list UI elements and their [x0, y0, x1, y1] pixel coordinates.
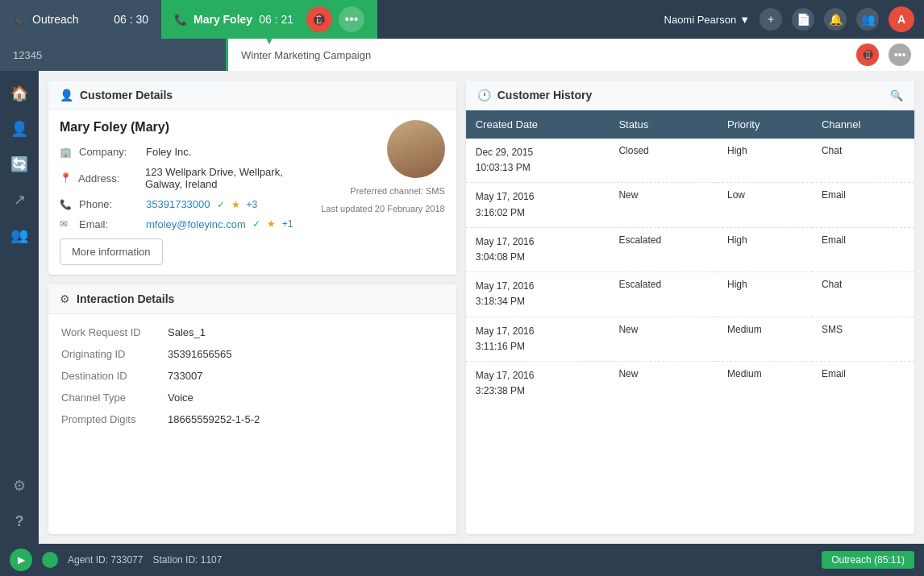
email-verified-icon: ✓ — [252, 218, 260, 230]
user-menu[interactable]: Naomi Pearson ▼ — [664, 14, 750, 26]
history-priority: High — [718, 272, 812, 317]
sidebar: 🏠 👤 🔄 ↗ 👥 ⚙ ? — [0, 71, 39, 544]
history-table-row[interactable]: May 17, 20163:04:08 PM Escalated High Em… — [466, 227, 914, 271]
more-information-button[interactable]: More information — [60, 238, 163, 265]
phone-verified-icon: ✓ — [217, 199, 225, 210]
sidebar-item-help[interactable]: ? — [3, 505, 35, 537]
sidebar-item-interactions[interactable]: 🔄 — [3, 148, 35, 180]
history-priority: Medium — [718, 361, 812, 405]
history-priority: High — [718, 227, 812, 271]
history-priority: Low — [718, 183, 812, 227]
caller-name: Mary Foley — [194, 13, 252, 26]
interaction-details-title: Interaction Details — [77, 292, 174, 305]
interaction-details-icon: ⚙ — [60, 292, 70, 305]
history-channel: Chat — [812, 272, 914, 317]
history-table-row[interactable]: May 17, 20163:23:38 PM New Medium Email — [466, 361, 914, 405]
outreach-timer: 06 : 30 — [114, 13, 148, 26]
interaction-row: Channel TypeVoice — [50, 387, 455, 408]
phone-badge: +3 — [247, 199, 258, 210]
history-table-row[interactable]: May 17, 20163:18:34 PM Escalated High Ch… — [466, 272, 914, 317]
end-call-button[interactable]: 📵 — [306, 6, 332, 32]
outreach-label: Outreach — [32, 13, 107, 26]
user-avatar[interactable]: A — [889, 6, 914, 32]
interaction-row: Prompted Digits18665559252-1-5-2 — [50, 409, 455, 429]
last-updated: Last updated 20 February 2018 — [321, 204, 445, 213]
interaction-row: Originating ID35391656565 — [50, 344, 455, 364]
history-table-row[interactable]: May 17, 20163:11:16 PM New Medium SMS — [466, 317, 914, 361]
history-title: Customer History — [497, 89, 592, 102]
history-status: Closed — [609, 139, 718, 183]
more-options-button-2[interactable]: ••• — [889, 44, 911, 66]
chevron-down-icon: ▼ — [739, 14, 750, 26]
company-value: Foley Inc. — [146, 146, 191, 158]
interaction-label: Destination ID — [50, 366, 155, 386]
customer-details-icon: 👤 — [60, 89, 73, 102]
customer-history-panel: 🕐 Customer History 🔍 Created DateStatusP… — [466, 81, 914, 534]
history-column-header: Created Date — [466, 110, 610, 139]
contacts-icon[interactable]: 👥 — [856, 8, 879, 31]
active-call-icon: 📞 — [174, 14, 187, 26]
sidebar-item-settings[interactable]: ⚙ — [3, 470, 35, 502]
history-status: Escalated — [609, 227, 718, 271]
interaction-value: 733007 — [156, 366, 455, 386]
history-date: May 17, 20163:16:02 PM — [466, 183, 610, 227]
history-priority: High — [718, 139, 812, 183]
company-icon: 🏢 — [60, 147, 73, 158]
interaction-label: Prompted Digits — [50, 409, 155, 429]
history-status: New — [609, 317, 718, 361]
history-table-row[interactable]: May 17, 20163:16:02 PM New Low Email — [466, 183, 914, 227]
email-star-icon: ★ — [267, 218, 276, 230]
email-label: Email: — [79, 218, 139, 230]
agent-id: Agent ID: 733077 — [68, 554, 143, 566]
sidebar-item-contacts[interactable]: 👤 — [3, 113, 35, 145]
history-status: Escalated — [609, 272, 718, 317]
agent-status-indicator — [42, 552, 58, 568]
document-icon[interactable]: 📄 — [792, 8, 814, 31]
address-value: 123 Wellpark Drive, Wellpark, Galway, Ir… — [145, 166, 311, 190]
history-channel: Chat — [812, 139, 914, 183]
history-date: May 17, 20163:23:38 PM — [466, 361, 610, 405]
outreach-tab[interactable]: 📞 Outreach 06 : 30 — [0, 0, 161, 39]
sidebar-item-team[interactable]: 👥 — [3, 219, 35, 251]
history-date: May 17, 20163:18:34 PM — [466, 272, 610, 317]
history-channel: Email — [812, 361, 914, 405]
add-button[interactable]: ＋ — [760, 8, 782, 31]
station-id: Station ID: 1107 — [152, 554, 222, 566]
customer-name: Mary Foley (Mary) — [60, 120, 311, 135]
phone-field-icon: 📞 — [60, 199, 73, 210]
history-table-row[interactable]: Dec 29, 201510:03:13 PM Closed High Chat — [466, 139, 914, 183]
email-badge: +1 — [282, 218, 293, 230]
more-options-button[interactable]: ••• — [339, 6, 364, 32]
notification-icon[interactable]: 🔔 — [824, 8, 847, 31]
end-call-button-2[interactable]: 📵 — [856, 44, 879, 66]
address-label: Address: — [78, 172, 139, 184]
history-date: May 17, 20163:04:08 PM — [466, 227, 610, 271]
sidebar-item-home[interactable]: 🏠 — [3, 77, 35, 110]
history-search-icon[interactable]: 🔍 — [890, 89, 903, 102]
phone-icon: 📞 — [13, 14, 26, 26]
interaction-row: Work Request IDSales_1 — [50, 322, 455, 342]
preferred-channel: Preferred channel: SMS — [350, 186, 444, 196]
customer-avatar — [387, 120, 445, 178]
outreach-number: 12345 — [13, 49, 42, 61]
campaign-name: Winter Marketing Campaign — [241, 49, 847, 61]
history-column-header: Priority — [718, 110, 812, 139]
history-status: New — [609, 361, 718, 405]
interaction-label: Work Request ID — [50, 322, 155, 342]
phone-value[interactable]: 35391733000 — [146, 198, 210, 210]
sidebar-item-outbound[interactable]: ↗ — [3, 184, 35, 216]
history-date: Dec 29, 201510:03:13 PM — [466, 139, 610, 183]
history-channel: Email — [812, 183, 914, 227]
outreach-status-badge: Outreach (85:11) — [822, 551, 914, 569]
history-column-header: Status — [609, 110, 718, 139]
address-icon: 📍 — [60, 172, 72, 184]
play-button[interactable]: ▶ — [10, 549, 32, 571]
active-call-tab[interactable]: 📞 Mary Foley 06 : 21 📵 ••• — [161, 0, 377, 39]
interaction-row: Destination ID733007 — [50, 366, 455, 386]
call-timer: 06 : 21 — [259, 13, 293, 26]
email-value[interactable]: mfoley@foleyinc.com — [146, 218, 246, 230]
interaction-label: Originating ID — [50, 344, 155, 364]
history-channel: SMS — [812, 317, 914, 361]
customer-details-panel: 👤 Customer Details Mary Foley (Mary) 🏢 C… — [48, 81, 456, 275]
user-name-label: Naomi Pearson — [664, 14, 737, 26]
